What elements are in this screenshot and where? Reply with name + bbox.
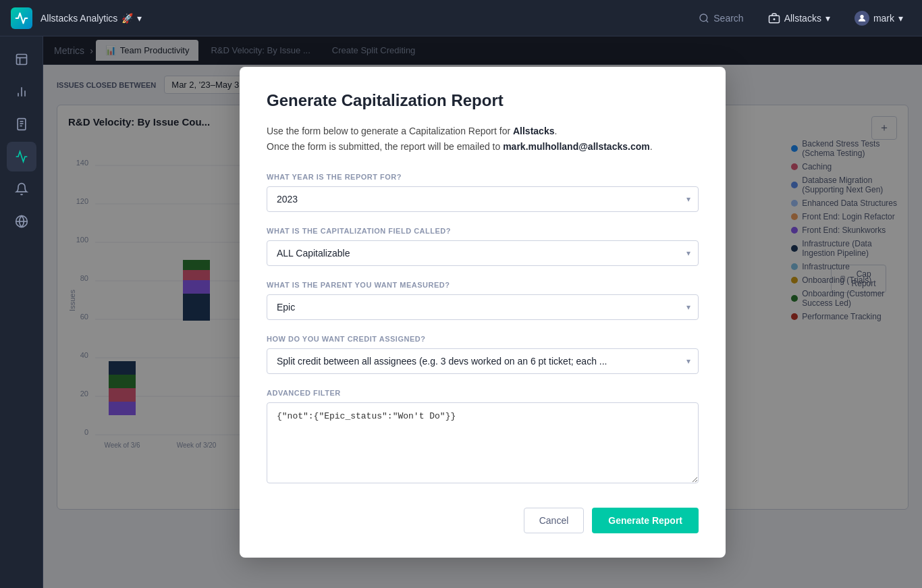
org-selector[interactable]: Allstacks ▾	[760, 8, 838, 28]
search-icon	[699, 13, 709, 24]
svg-line-1	[706, 20, 708, 22]
advanced-filter-label: ADVANCED FILTER	[267, 389, 699, 397]
credit-select[interactable]: Split credit between all assignees (e.g.…	[267, 348, 699, 374]
year-select-wrap: 2021 2022 2023 2024 ▾	[267, 186, 699, 212]
parent-select-wrap: Epic Initiative Project ▾	[267, 294, 699, 320]
parent-field-group: WHAT IS THE PARENT YOU WANT MEASURED? Ep…	[267, 281, 699, 320]
cancel-button[interactable]: Cancel	[524, 508, 585, 533]
org-chevron-icon: ▾	[825, 13, 830, 24]
sidebar-item-metrics[interactable]	[7, 142, 36, 171]
modal-footer: Cancel Generate Report	[267, 508, 699, 533]
cap-field-select[interactable]: ALL Capitalizable Capitalizable Non-Capi…	[267, 240, 699, 266]
user-label: mark	[873, 13, 894, 24]
org-icon	[768, 12, 780, 24]
modal-overlay: Generate Capitalization Report Use the f…	[43, 36, 922, 588]
modal-title: Generate Capitalization Report	[267, 91, 699, 110]
parent-select[interactable]: Epic Initiative Project	[267, 294, 699, 320]
sidebar-item-notifications[interactable]	[7, 174, 36, 204]
sidebar-item-integrations[interactable]	[7, 207, 36, 236]
user-chevron-icon: ▾	[898, 13, 903, 24]
parent-label: WHAT IS THE PARENT YOU WANT MEASURED?	[267, 281, 699, 289]
cap-field-group: WHAT IS THE CAPITALIZATION FIELD CALLED?…	[267, 227, 699, 266]
main-layout: Metrics › 📊 Team Productivity R&D Veloci…	[0, 36, 922, 588]
sidebar-item-analytics[interactable]	[7, 77, 36, 107]
credit-select-wrap: Split credit between all assignees (e.g.…	[267, 348, 699, 374]
app-name: Allstacks Analytics	[40, 13, 117, 24]
cap-field-select-wrap: ALL Capitalizable Capitalizable Non-Capi…	[267, 240, 699, 266]
brand-chevron-icon: ▾	[137, 13, 142, 24]
app-brand[interactable]: Allstacks Analytics 🚀 ▾	[40, 13, 142, 24]
org-label: Allstacks	[784, 13, 821, 24]
rocket-icon: 🚀	[121, 13, 133, 24]
year-field-group: WHAT YEAR IS THE REPORT FOR? 2021 2022 2…	[267, 173, 699, 212]
user-menu[interactable]: mark ▾	[846, 7, 911, 30]
user-avatar	[855, 11, 869, 26]
svg-rect-6	[16, 55, 26, 65]
modal-generate-cap-report: Generate Capitalization Report Use the f…	[240, 67, 726, 558]
year-label: WHAT YEAR IS THE REPORT FOR?	[267, 173, 699, 181]
modal-description: Use the form below to generate a Capital…	[267, 124, 699, 154]
cap-field-label: WHAT IS THE CAPITALIZATION FIELD CALLED?	[267, 227, 699, 235]
year-select[interactable]: 2021 2022 2023 2024	[267, 186, 699, 212]
navbar: Allstacks Analytics 🚀 ▾ Search Allstacks…	[0, 0, 922, 36]
app-logo[interactable]	[11, 7, 32, 29]
sidebar-item-issues[interactable]	[7, 45, 36, 74]
search-label: Search	[713, 13, 743, 24]
sidebar	[0, 36, 43, 588]
svg-point-0	[700, 14, 707, 22]
generate-report-button[interactable]: Generate Report	[592, 508, 699, 533]
search-button[interactable]: Search	[690, 9, 751, 28]
advanced-filter-textarea[interactable]: {"not":{"Epic_status":"Won't Do"}}	[267, 402, 699, 483]
credit-field-group: HOW DO YOU WANT CREDIT ASSIGNED? Split c…	[267, 335, 699, 374]
content-area: Metrics › 📊 Team Productivity R&D Veloci…	[43, 36, 922, 588]
credit-label: HOW DO YOU WANT CREDIT ASSIGNED?	[267, 335, 699, 343]
advanced-filter-group: ADVANCED FILTER {"not":{"Epic_status":"W…	[267, 389, 699, 486]
sidebar-item-reports[interactable]	[7, 109, 36, 139]
svg-point-5	[861, 15, 864, 18]
